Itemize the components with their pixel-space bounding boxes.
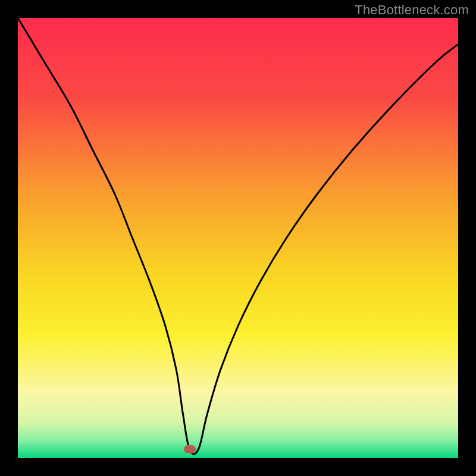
plot-area — [18, 18, 458, 458]
chart-frame: TheBottleneck.com — [0, 0, 476, 476]
gradient-background — [18, 18, 458, 458]
watermark-text: TheBottleneck.com — [355, 2, 469, 18]
bottleneck-marker — [184, 445, 196, 453]
